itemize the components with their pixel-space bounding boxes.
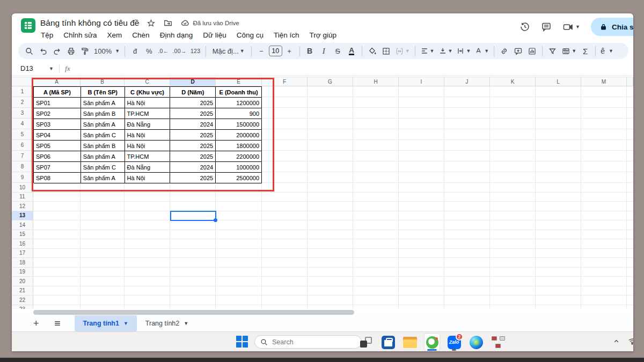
bold-button[interactable]: B	[303, 45, 317, 57]
table-views-button[interactable]: ▼	[560, 45, 578, 57]
menu-item[interactable]: Chỉnh sửa	[63, 31, 97, 39]
row-header-22[interactable]: 22	[12, 295, 33, 305]
version-history-icon[interactable]	[519, 21, 530, 32]
row-header-15[interactable]: 15	[12, 230, 33, 240]
share-button[interactable]: Chia sẻ	[591, 18, 633, 36]
insert-link-icon[interactable]	[497, 45, 511, 57]
increase-decimal-button[interactable]: .00→	[171, 45, 188, 57]
menu-item[interactable]: Công cụ	[237, 31, 264, 39]
text-wrap-button[interactable]: ▼	[455, 45, 472, 57]
row-header-3[interactable]: 3	[12, 108, 33, 119]
insert-comment-icon[interactable]	[511, 45, 525, 57]
column-header-G[interactable]: G	[308, 77, 353, 86]
redo-icon[interactable]	[50, 45, 64, 57]
row-header-17[interactable]: 17	[12, 249, 33, 258]
percent-format-button[interactable]: %	[142, 45, 156, 57]
row-header-8[interactable]: 8	[12, 161, 33, 172]
decrease-decimal-button[interactable]: .0←	[156, 45, 170, 57]
row-header-21[interactable]: 21	[12, 286, 33, 296]
merge-cells-button[interactable]: ▼	[393, 45, 412, 57]
borders-icon[interactable]	[379, 45, 393, 57]
save-status[interactable]: Đã lưu vào Drive	[180, 18, 239, 28]
print-icon[interactable]	[64, 45, 78, 57]
meet-video-icon[interactable]: ▼	[562, 21, 580, 32]
all-sheets-button[interactable]	[53, 319, 62, 328]
font-size-input[interactable]: 10	[269, 46, 282, 56]
search-input[interactable]	[272, 338, 347, 346]
text-rotation-button[interactable]: ▼	[473, 45, 491, 57]
file-explorer-button[interactable]	[402, 334, 418, 351]
row-header-11[interactable]: 11	[12, 193, 33, 202]
sheet-tab[interactable]: Trang tính1▼	[75, 315, 137, 331]
row-header-10[interactable]: 10	[12, 183, 33, 193]
row-header-19[interactable]: 19	[12, 268, 33, 277]
row-header-4[interactable]: 4	[12, 119, 33, 129]
strikethrough-button[interactable]: S	[331, 45, 345, 57]
coc-coc-browser-button[interactable]	[425, 334, 440, 351]
wifi-icon[interactable]	[627, 337, 633, 348]
spreadsheet-grid[interactable]: ABCDEFGHIJKLM 12345678910111213141516171…	[12, 77, 633, 309]
sheets-logo[interactable]	[21, 18, 35, 33]
taskbar-search[interactable]	[254, 335, 362, 349]
column-header-J[interactable]: J	[444, 77, 490, 86]
row-header-23[interactable]: 23	[12, 305, 33, 309]
row-header-1[interactable]: 1	[12, 86, 33, 97]
sheet-tab-dropdown-arrow[interactable]: ▼	[123, 321, 128, 326]
edge-browser-button[interactable]	[469, 334, 484, 351]
functions-button[interactable]: Σ	[579, 45, 592, 57]
move-folder-icon[interactable]	[163, 18, 173, 28]
currency-format-button[interactable]: đ	[128, 45, 142, 57]
column-header-K[interactable]: K	[490, 77, 536, 86]
column-header-H[interactable]: H	[353, 77, 399, 86]
network-places-button[interactable]	[491, 334, 506, 351]
increase-font-size-button[interactable]: +	[283, 45, 296, 57]
menu-item[interactable]: Xem	[107, 31, 122, 39]
input-tools-button[interactable]: ê ▼	[599, 45, 615, 57]
tray-chevron-icon[interactable]	[613, 337, 620, 347]
font-select[interactable]: Mặc đị... ▼	[209, 45, 248, 57]
menu-item[interactable]: Tệp	[41, 31, 53, 39]
sheet-tab[interactable]: Trang tính2▼	[137, 315, 197, 331]
menu-item[interactable]: Tiện ích	[274, 31, 299, 39]
doc-title[interactable]: Bảng tính không có tiêu đề	[40, 18, 139, 28]
star-icon[interactable]	[147, 19, 156, 28]
row-header-9[interactable]: 9	[12, 172, 33, 183]
row-header-20[interactable]: 20	[12, 277, 33, 286]
zoom-select[interactable]: 100% ▼	[92, 45, 121, 57]
menu-item[interactable]: Chèn	[132, 31, 149, 39]
column-header-L[interactable]: L	[536, 77, 581, 86]
row-header-14[interactable]: 14	[12, 220, 33, 230]
row-header-13[interactable]: 13	[12, 211, 33, 221]
text-color-button[interactable]: A	[349, 47, 354, 55]
fill-color-icon[interactable]	[365, 45, 379, 57]
column-header-M[interactable]: M	[581, 77, 627, 86]
formula-input[interactable]	[70, 62, 633, 75]
row-header-5[interactable]: 5	[12, 129, 33, 140]
horizontal-align-button[interactable]: ▼	[419, 45, 436, 57]
row-header-12[interactable]: 12	[12, 202, 33, 211]
grid-corner-box[interactable]	[12, 77, 33, 86]
row-header-18[interactable]: 18	[12, 258, 33, 268]
start-button[interactable]	[236, 336, 248, 348]
row-header-2[interactable]: 2	[12, 97, 33, 108]
name-box[interactable]: D13 ▼	[12, 64, 54, 72]
filter-icon[interactable]	[546, 45, 559, 57]
microsoft-store-button[interactable]	[380, 334, 396, 351]
add-sheet-button[interactable]: +	[33, 318, 39, 329]
sheet-tab-dropdown-arrow[interactable]: ▼	[184, 321, 188, 326]
row-header-6[interactable]: 6	[12, 140, 33, 151]
row-header-7[interactable]: 7	[12, 151, 33, 161]
zalo-button[interactable]: Zalo 2	[447, 334, 462, 351]
selected-cell-d13[interactable]	[170, 211, 216, 221]
undo-icon[interactable]	[36, 45, 50, 57]
menu-item[interactable]: Trợ giúp	[310, 31, 336, 39]
meet-dropdown-arrow[interactable]: ▼	[575, 24, 580, 29]
column-header-I[interactable]: I	[399, 77, 444, 86]
search-menus-icon[interactable]	[23, 45, 36, 57]
row-header-16[interactable]: 16	[12, 239, 33, 249]
horizontal-scrollbar[interactable]	[33, 310, 354, 315]
vertical-align-button[interactable]: ▼	[437, 45, 455, 57]
italic-button[interactable]: I	[317, 45, 331, 57]
menu-item[interactable]: Dữ liệu	[203, 31, 226, 39]
task-view-button[interactable]	[358, 334, 374, 351]
